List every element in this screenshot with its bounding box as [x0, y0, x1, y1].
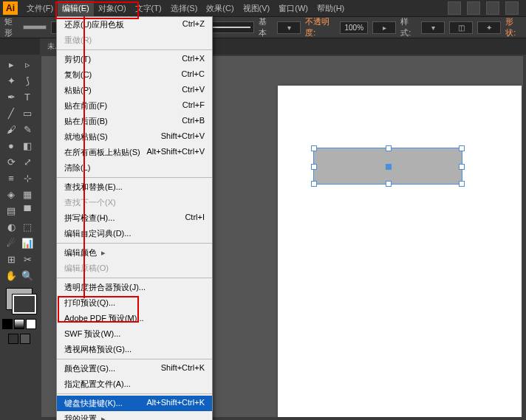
menu-item[interactable]: 我的设置	[57, 411, 212, 420]
eyedropper-tool[interactable]: ◐	[3, 218, 19, 235]
selected-rectangle[interactable]	[313, 148, 462, 185]
arrange-icon[interactable]	[486, 1, 499, 15]
basic-dd[interactable]: ▾	[277, 21, 301, 34]
opacity-label: 不透明度:	[305, 16, 335, 38]
menu-编辑[interactable]: 编辑(E)	[58, 1, 94, 16]
menu-对象[interactable]: 对象(O)	[94, 1, 131, 16]
rotate-tool[interactable]: ⟳	[3, 154, 19, 170]
app-logo: Ai	[3, 1, 18, 15]
handle-e[interactable]	[459, 164, 465, 170]
menu-窗口[interactable]: 窗口(W)	[274, 1, 312, 16]
edit-menu-dropdown: 还原(U)应用色板Ctrl+Z重做(R)剪切(T)Ctrl+X复制(C)Ctrl…	[56, 16, 213, 420]
pen-tool[interactable]: ✒	[3, 89, 19, 105]
none-mode-icon[interactable]	[26, 319, 36, 329]
menu-item[interactable]: 剪切(T)Ctrl+X	[57, 52, 212, 67]
opacity-dd[interactable]: ▸	[372, 21, 396, 34]
align-icon[interactable]: ◫	[449, 21, 473, 34]
type-tool[interactable]: T	[19, 89, 35, 105]
direct-select-tool[interactable]: ▹	[19, 56, 35, 72]
menu-item[interactable]: 贴在后面(B)Ctrl+B	[57, 114, 212, 129]
menu-item[interactable]: 编辑自定词典(D)...	[57, 226, 212, 241]
slice-tool[interactable]: ✂	[19, 251, 35, 267]
menubar-extras	[448, 1, 526, 15]
menu-item[interactable]: 拼写检查(H)...Ctrl+I	[57, 210, 212, 226]
handle-se[interactable]	[459, 181, 465, 187]
handle-nw[interactable]	[311, 145, 317, 151]
menu-item[interactable]: 查找和替换(E)...	[57, 179, 212, 195]
artboard	[278, 86, 522, 417]
handle-n[interactable]	[386, 145, 392, 151]
handle-s[interactable]	[386, 181, 392, 187]
menu-item[interactable]: 贴在前面(F)Ctrl+F	[57, 98, 212, 114]
doc-icon[interactable]	[467, 1, 480, 15]
handle-sw[interactable]	[311, 181, 317, 187]
more-icon[interactable]: ✦	[477, 21, 501, 34]
menu-选择[interactable]: 选择(S)	[166, 1, 202, 16]
zoom-tool[interactable]: 🔍	[19, 267, 35, 283]
brush-tool[interactable]: 🖌	[3, 121, 19, 137]
gradient-mode-icon[interactable]	[14, 319, 24, 329]
color-swatches	[3, 288, 35, 344]
opacity-value[interactable]: 100%	[340, 21, 368, 34]
wand-tool[interactable]: ✦	[3, 72, 19, 89]
search-icon[interactable]	[505, 1, 519, 15]
menu-item[interactable]: 编辑颜色	[57, 245, 212, 261]
fill-swatch[interactable]	[23, 25, 47, 30]
handle-ne[interactable]	[459, 145, 465, 151]
menu-帮助[interactable]: 帮助(H)	[312, 1, 349, 16]
screen-normal-icon[interactable]	[8, 334, 18, 344]
handle-w[interactable]	[311, 164, 317, 170]
tool-panel: ▸ ▹ ✦ ⟆ ✒ T ╱ ▭ 🖌 ✎ ● ◧ ⟳ ⤢ ≡ ⊹ ◈ ▦ ▤ ▀ …	[3, 56, 37, 344]
menu-item: 编辑原稿(O)	[57, 261, 212, 276]
menu-item[interactable]: 打印预设(Q)...	[57, 295, 212, 311]
basic-label: 基本	[259, 16, 273, 38]
menu-item[interactable]: 透视网格预设(G)...	[57, 342, 212, 357]
pencil-tool[interactable]: ✎	[19, 121, 35, 137]
prop-label: 形状:	[505, 16, 522, 38]
handle-center[interactable]	[386, 164, 392, 170]
blob-tool[interactable]: ●	[3, 137, 19, 154]
menu-item[interactable]: 透明度拼合器预设(J)...	[57, 280, 212, 295]
menu-item[interactable]: SWF 预设(W)...	[57, 326, 212, 342]
layout-icon[interactable]	[448, 1, 461, 15]
style-dd[interactable]: ▾	[421, 21, 445, 34]
mesh-tool[interactable]: ▤	[3, 202, 19, 218]
style-label: 样式:	[400, 16, 417, 38]
menu-item[interactable]: 就地粘贴(S)Shift+Ctrl+V	[57, 129, 212, 145]
width-tool[interactable]: ≡	[3, 170, 19, 186]
menu-item[interactable]: 粘贴(P)Ctrl+V	[57, 83, 212, 98]
screen-full-icon[interactable]	[20, 334, 30, 344]
rect-tool[interactable]: ▭	[19, 105, 35, 121]
menu-item[interactable]: 在所有画板上粘贴(S)Alt+Shift+Ctrl+V	[57, 145, 212, 160]
scale-tool[interactable]: ⤢	[19, 154, 35, 170]
free-tool[interactable]: ⊹	[19, 170, 35, 186]
menubar: Ai 文件(F)编辑(E)对象(O)文字(T)选择(S)效果(C)视图(V)窗口…	[0, 0, 526, 17]
artboard-tool[interactable]: ⊞	[3, 251, 19, 267]
menu-item[interactable]: 指定配置文件(A)...	[57, 376, 212, 392]
line-tool[interactable]: ╱	[3, 105, 19, 121]
menu-视图[interactable]: 视图(V)	[239, 1, 275, 16]
fill-stroke-icon[interactable]	[6, 288, 33, 310]
menu-item: 重做(R)	[57, 32, 212, 48]
menu-item[interactable]: 颜色设置(G)...Shift+Ctrl+K	[57, 361, 212, 376]
menu-item[interactable]: 还原(U)应用色板Ctrl+Z	[57, 17, 212, 32]
hand-tool[interactable]: ✋	[3, 267, 19, 283]
symbol-tool[interactable]: ☄	[3, 235, 19, 251]
blend-tool[interactable]: ⬚	[19, 218, 35, 235]
selection-tool[interactable]: ▸	[3, 56, 19, 72]
color-mode-icon[interactable]	[2, 319, 13, 329]
perspective-tool[interactable]: ▦	[19, 186, 35, 202]
lasso-tool[interactable]: ⟆	[19, 72, 35, 89]
gradient-tool[interactable]: ▀	[19, 202, 35, 218]
menu-文字[interactable]: 文字(T)	[131, 1, 166, 16]
menu-文件[interactable]: 文件(F)	[22, 1, 58, 16]
shape-label: 矩形	[4, 16, 18, 38]
eraser-tool[interactable]: ◧	[19, 137, 35, 154]
graph-tool[interactable]: 📊	[19, 235, 35, 251]
menu-item[interactable]: 键盘快捷键(K)...Alt+Shift+Ctrl+K	[57, 396, 212, 411]
menu-效果[interactable]: 效果(C)	[202, 1, 238, 16]
menu-item[interactable]: 复制(C)Ctrl+C	[57, 67, 212, 83]
menu-item[interactable]: Adobe PDF 预设(M)...	[57, 311, 212, 326]
menu-item[interactable]: 清除(L)	[57, 160, 212, 176]
shape-builder-tool[interactable]: ◈	[3, 186, 19, 202]
